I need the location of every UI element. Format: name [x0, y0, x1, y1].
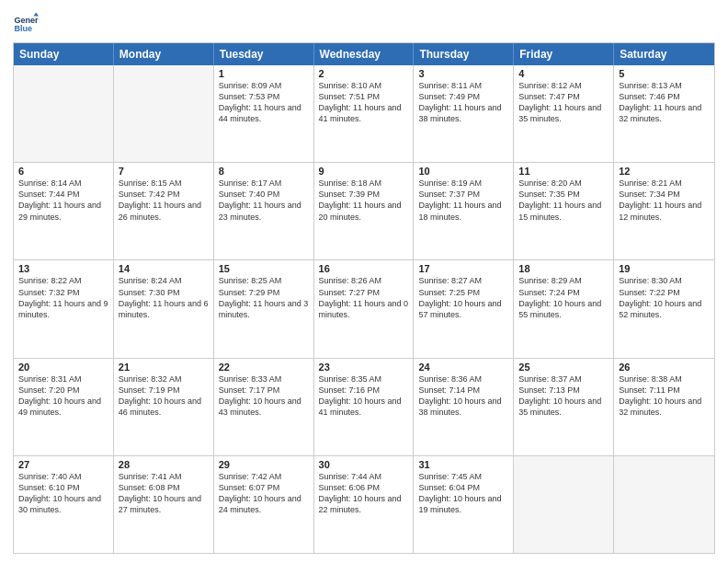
cell-content: Sunrise: 8:25 AM Sunset: 7:29 PM Dayligh…: [219, 275, 309, 320]
cell-content: Sunrise: 8:26 AM Sunset: 7:27 PM Dayligh…: [319, 275, 409, 320]
calendar-cell: 21Sunrise: 8:32 AM Sunset: 7:19 PM Dayli…: [114, 359, 214, 455]
calendar-cell: 16Sunrise: 8:26 AM Sunset: 7:27 PM Dayli…: [314, 260, 415, 357]
calendar-cell: 8Sunrise: 8:17 AM Sunset: 7:40 PM Daylig…: [214, 163, 314, 259]
day-number: 21: [119, 362, 209, 373]
header: General Blue: [13, 11, 715, 37]
cell-content: Sunrise: 8:24 AM Sunset: 7:30 PM Dayligh…: [119, 275, 209, 320]
svg-marker-2: [33, 12, 39, 16]
cell-content: Sunrise: 8:32 AM Sunset: 7:19 PM Dayligh…: [119, 373, 209, 419]
cell-content: Sunrise: 8:15 AM Sunset: 7:42 PM Dayligh…: [119, 178, 209, 223]
day-number: 15: [219, 263, 309, 274]
calendar-cell: [14, 65, 114, 162]
cell-content: Sunrise: 8:36 AM Sunset: 7:14 PM Dayligh…: [418, 373, 508, 419]
calendar-cell: 22Sunrise: 8:33 AM Sunset: 7:17 PM Dayli…: [214, 359, 314, 455]
day-number: 23: [319, 362, 409, 373]
calendar-cell: 28Sunrise: 7:41 AM Sunset: 6:08 PM Dayli…: [114, 456, 214, 553]
calendar-week-3: 13Sunrise: 8:22 AM Sunset: 7:32 PM Dayli…: [14, 260, 714, 358]
day-number: 25: [518, 362, 609, 373]
calendar: SundayMondayTuesdayWednesdayThursdayFrid…: [13, 42, 715, 554]
cell-content: Sunrise: 8:37 AM Sunset: 7:13 PM Dayligh…: [518, 373, 609, 419]
day-number: 18: [518, 263, 609, 274]
day-number: 7: [119, 166, 209, 177]
cell-content: Sunrise: 8:38 AM Sunset: 7:11 PM Dayligh…: [619, 373, 710, 419]
calendar-cell: 13Sunrise: 8:22 AM Sunset: 7:32 PM Dayli…: [14, 260, 114, 357]
calendar-cell: 11Sunrise: 8:20 AM Sunset: 7:35 PM Dayli…: [514, 163, 614, 259]
day-number: 11: [518, 166, 609, 177]
calendar-cell: 14Sunrise: 8:24 AM Sunset: 7:30 PM Dayli…: [114, 260, 214, 357]
day-number: 5: [619, 68, 710, 79]
calendar-cell: 18Sunrise: 8:29 AM Sunset: 7:24 PM Dayli…: [514, 260, 614, 357]
day-number: 31: [418, 459, 508, 470]
day-header-friday: Friday: [514, 43, 614, 65]
calendar-cell: 12Sunrise: 8:21 AM Sunset: 7:34 PM Dayli…: [614, 163, 714, 259]
calendar-cell: 23Sunrise: 8:35 AM Sunset: 7:16 PM Dayli…: [314, 359, 415, 455]
calendar-cell: 31Sunrise: 7:45 AM Sunset: 6:04 PM Dayli…: [414, 456, 514, 553]
day-number: 10: [418, 166, 508, 177]
logo-icon: General Blue: [13, 11, 39, 37]
calendar-cell: 6Sunrise: 8:14 AM Sunset: 7:44 PM Daylig…: [14, 163, 114, 259]
day-number: 28: [119, 459, 209, 470]
calendar-week-4: 20Sunrise: 8:31 AM Sunset: 7:20 PM Dayli…: [14, 359, 714, 456]
calendar-cell: 5Sunrise: 8:13 AM Sunset: 7:46 PM Daylig…: [614, 65, 714, 162]
cell-content: Sunrise: 8:10 AM Sunset: 7:51 PM Dayligh…: [319, 80, 409, 125]
day-number: 30: [319, 459, 409, 470]
day-number: 9: [319, 166, 409, 177]
calendar-cell: 25Sunrise: 8:37 AM Sunset: 7:13 PM Dayli…: [514, 359, 614, 455]
calendar-cell: 24Sunrise: 8:36 AM Sunset: 7:14 PM Dayli…: [414, 359, 514, 455]
cell-content: Sunrise: 8:33 AM Sunset: 7:17 PM Dayligh…: [219, 373, 309, 419]
cell-content: Sunrise: 8:29 AM Sunset: 7:24 PM Dayligh…: [518, 275, 609, 320]
day-number: 2: [319, 68, 409, 79]
day-number: 6: [18, 166, 108, 177]
day-number: 29: [219, 459, 309, 470]
day-header-monday: Monday: [114, 43, 214, 65]
calendar-cell: 4Sunrise: 8:12 AM Sunset: 7:47 PM Daylig…: [514, 65, 614, 162]
calendar-cell: 19Sunrise: 8:30 AM Sunset: 7:22 PM Dayli…: [614, 260, 714, 357]
calendar-cell: 30Sunrise: 7:44 AM Sunset: 6:06 PM Dayli…: [314, 456, 415, 553]
cell-content: Sunrise: 7:45 AM Sunset: 6:04 PM Dayligh…: [418, 471, 508, 516]
calendar-cell: 9Sunrise: 8:18 AM Sunset: 7:39 PM Daylig…: [314, 163, 415, 259]
day-number: 26: [619, 362, 710, 373]
day-header-sunday: Sunday: [14, 43, 114, 65]
calendar-cell: 20Sunrise: 8:31 AM Sunset: 7:20 PM Dayli…: [14, 359, 114, 455]
cell-content: Sunrise: 8:27 AM Sunset: 7:25 PM Dayligh…: [418, 275, 508, 320]
calendar-cell: 7Sunrise: 8:15 AM Sunset: 7:42 PM Daylig…: [114, 163, 214, 259]
calendar-cell: 2Sunrise: 8:10 AM Sunset: 7:51 PM Daylig…: [314, 65, 415, 162]
calendar-cell: 15Sunrise: 8:25 AM Sunset: 7:29 PM Dayli…: [214, 260, 314, 357]
day-header-wednesday: Wednesday: [314, 43, 415, 65]
day-number: 12: [619, 166, 710, 177]
day-number: 22: [219, 362, 309, 373]
cell-content: Sunrise: 8:12 AM Sunset: 7:47 PM Dayligh…: [518, 80, 609, 125]
calendar-week-1: 1Sunrise: 8:09 AM Sunset: 7:53 PM Daylig…: [14, 65, 714, 163]
calendar-header: SundayMondayTuesdayWednesdayThursdayFrid…: [14, 43, 714, 65]
svg-text:General: General: [14, 16, 39, 25]
day-number: 13: [18, 263, 108, 274]
cell-content: Sunrise: 8:13 AM Sunset: 7:46 PM Dayligh…: [619, 80, 710, 125]
logo: General Blue: [13, 11, 40, 37]
cell-content: Sunrise: 8:11 AM Sunset: 7:49 PM Dayligh…: [418, 80, 508, 125]
calendar-cell: 27Sunrise: 7:40 AM Sunset: 6:10 PM Dayli…: [14, 456, 114, 553]
calendar-cell: [114, 65, 214, 162]
cell-content: Sunrise: 8:19 AM Sunset: 7:37 PM Dayligh…: [418, 178, 508, 223]
day-number: 4: [518, 68, 609, 79]
cell-content: Sunrise: 8:09 AM Sunset: 7:53 PM Dayligh…: [219, 80, 309, 125]
cell-content: Sunrise: 7:42 AM Sunset: 6:07 PM Dayligh…: [219, 471, 309, 516]
calendar-cell: 3Sunrise: 8:11 AM Sunset: 7:49 PM Daylig…: [414, 65, 514, 162]
day-number: 20: [18, 362, 108, 373]
cell-content: Sunrise: 8:17 AM Sunset: 7:40 PM Dayligh…: [219, 178, 309, 223]
day-header-tuesday: Tuesday: [214, 43, 314, 65]
day-number: 17: [418, 263, 508, 274]
calendar-cell: [614, 456, 714, 553]
day-header-thursday: Thursday: [414, 43, 514, 65]
cell-content: Sunrise: 8:22 AM Sunset: 7:32 PM Dayligh…: [18, 275, 108, 320]
day-number: 1: [219, 68, 309, 79]
cell-content: Sunrise: 8:30 AM Sunset: 7:22 PM Dayligh…: [619, 275, 710, 320]
day-number: 19: [619, 263, 710, 274]
cell-content: Sunrise: 7:44 AM Sunset: 6:06 PM Dayligh…: [319, 471, 409, 516]
cell-content: Sunrise: 8:31 AM Sunset: 7:20 PM Dayligh…: [18, 373, 108, 419]
calendar-cell: 1Sunrise: 8:09 AM Sunset: 7:53 PM Daylig…: [214, 65, 314, 162]
cell-content: Sunrise: 8:35 AM Sunset: 7:16 PM Dayligh…: [319, 373, 409, 419]
cell-content: Sunrise: 8:20 AM Sunset: 7:35 PM Dayligh…: [518, 178, 609, 223]
calendar-body: 1Sunrise: 8:09 AM Sunset: 7:53 PM Daylig…: [14, 65, 714, 553]
day-number: 8: [219, 166, 309, 177]
calendar-cell: 10Sunrise: 8:19 AM Sunset: 7:37 PM Dayli…: [414, 163, 514, 259]
